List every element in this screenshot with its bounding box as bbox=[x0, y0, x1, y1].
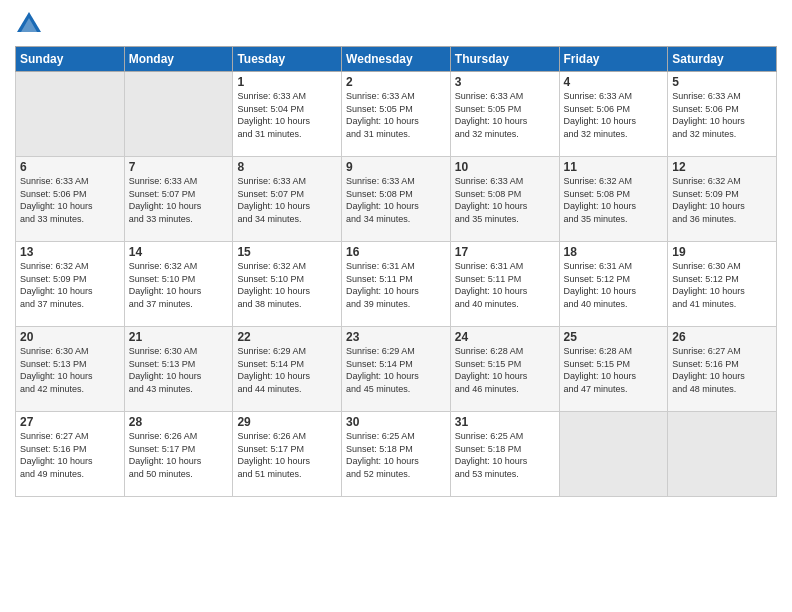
day-info: Sunrise: 6:28 AM Sunset: 5:15 PM Dayligh… bbox=[564, 345, 664, 395]
day-cell: 22Sunrise: 6:29 AM Sunset: 5:14 PM Dayli… bbox=[233, 327, 342, 412]
header-cell-monday: Monday bbox=[124, 47, 233, 72]
day-cell: 26Sunrise: 6:27 AM Sunset: 5:16 PM Dayli… bbox=[668, 327, 777, 412]
week-row-3: 13Sunrise: 6:32 AM Sunset: 5:09 PM Dayli… bbox=[16, 242, 777, 327]
day-cell: 1Sunrise: 6:33 AM Sunset: 5:04 PM Daylig… bbox=[233, 72, 342, 157]
day-info: Sunrise: 6:32 AM Sunset: 5:10 PM Dayligh… bbox=[237, 260, 337, 310]
day-info: Sunrise: 6:29 AM Sunset: 5:14 PM Dayligh… bbox=[346, 345, 446, 395]
day-cell: 27Sunrise: 6:27 AM Sunset: 5:16 PM Dayli… bbox=[16, 412, 125, 497]
day-cell: 9Sunrise: 6:33 AM Sunset: 5:08 PM Daylig… bbox=[342, 157, 451, 242]
day-cell: 10Sunrise: 6:33 AM Sunset: 5:08 PM Dayli… bbox=[450, 157, 559, 242]
day-info: Sunrise: 6:31 AM Sunset: 5:11 PM Dayligh… bbox=[455, 260, 555, 310]
day-info: Sunrise: 6:31 AM Sunset: 5:12 PM Dayligh… bbox=[564, 260, 664, 310]
day-cell: 3Sunrise: 6:33 AM Sunset: 5:05 PM Daylig… bbox=[450, 72, 559, 157]
day-number: 3 bbox=[455, 75, 555, 89]
day-cell: 17Sunrise: 6:31 AM Sunset: 5:11 PM Dayli… bbox=[450, 242, 559, 327]
day-info: Sunrise: 6:28 AM Sunset: 5:15 PM Dayligh… bbox=[455, 345, 555, 395]
header-cell-tuesday: Tuesday bbox=[233, 47, 342, 72]
day-number: 28 bbox=[129, 415, 229, 429]
day-cell: 14Sunrise: 6:32 AM Sunset: 5:10 PM Dayli… bbox=[124, 242, 233, 327]
day-info: Sunrise: 6:33 AM Sunset: 5:06 PM Dayligh… bbox=[672, 90, 772, 140]
header-cell-thursday: Thursday bbox=[450, 47, 559, 72]
day-cell: 20Sunrise: 6:30 AM Sunset: 5:13 PM Dayli… bbox=[16, 327, 125, 412]
day-cell: 7Sunrise: 6:33 AM Sunset: 5:07 PM Daylig… bbox=[124, 157, 233, 242]
day-info: Sunrise: 6:32 AM Sunset: 5:08 PM Dayligh… bbox=[564, 175, 664, 225]
day-cell: 31Sunrise: 6:25 AM Sunset: 5:18 PM Dayli… bbox=[450, 412, 559, 497]
day-info: Sunrise: 6:30 AM Sunset: 5:13 PM Dayligh… bbox=[20, 345, 120, 395]
day-number: 20 bbox=[20, 330, 120, 344]
day-info: Sunrise: 6:32 AM Sunset: 5:10 PM Dayligh… bbox=[129, 260, 229, 310]
day-cell: 21Sunrise: 6:30 AM Sunset: 5:13 PM Dayli… bbox=[124, 327, 233, 412]
logo-icon bbox=[15, 10, 43, 38]
day-cell: 12Sunrise: 6:32 AM Sunset: 5:09 PM Dayli… bbox=[668, 157, 777, 242]
day-cell: 28Sunrise: 6:26 AM Sunset: 5:17 PM Dayli… bbox=[124, 412, 233, 497]
header-row: SundayMondayTuesdayWednesdayThursdayFrid… bbox=[16, 47, 777, 72]
day-cell: 16Sunrise: 6:31 AM Sunset: 5:11 PM Dayli… bbox=[342, 242, 451, 327]
week-row-4: 20Sunrise: 6:30 AM Sunset: 5:13 PM Dayli… bbox=[16, 327, 777, 412]
day-info: Sunrise: 6:30 AM Sunset: 5:13 PM Dayligh… bbox=[129, 345, 229, 395]
day-cell bbox=[559, 412, 668, 497]
day-cell: 25Sunrise: 6:28 AM Sunset: 5:15 PM Dayli… bbox=[559, 327, 668, 412]
day-info: Sunrise: 6:27 AM Sunset: 5:16 PM Dayligh… bbox=[20, 430, 120, 480]
day-cell bbox=[124, 72, 233, 157]
day-number: 10 bbox=[455, 160, 555, 174]
day-cell: 8Sunrise: 6:33 AM Sunset: 5:07 PM Daylig… bbox=[233, 157, 342, 242]
day-info: Sunrise: 6:27 AM Sunset: 5:16 PM Dayligh… bbox=[672, 345, 772, 395]
day-cell: 30Sunrise: 6:25 AM Sunset: 5:18 PM Dayli… bbox=[342, 412, 451, 497]
day-cell: 6Sunrise: 6:33 AM Sunset: 5:06 PM Daylig… bbox=[16, 157, 125, 242]
day-number: 9 bbox=[346, 160, 446, 174]
day-info: Sunrise: 6:33 AM Sunset: 5:04 PM Dayligh… bbox=[237, 90, 337, 140]
day-info: Sunrise: 6:33 AM Sunset: 5:05 PM Dayligh… bbox=[455, 90, 555, 140]
day-info: Sunrise: 6:33 AM Sunset: 5:07 PM Dayligh… bbox=[129, 175, 229, 225]
day-number: 14 bbox=[129, 245, 229, 259]
day-cell: 11Sunrise: 6:32 AM Sunset: 5:08 PM Dayli… bbox=[559, 157, 668, 242]
logo bbox=[15, 10, 45, 38]
day-info: Sunrise: 6:33 AM Sunset: 5:06 PM Dayligh… bbox=[564, 90, 664, 140]
header-cell-sunday: Sunday bbox=[16, 47, 125, 72]
day-number: 26 bbox=[672, 330, 772, 344]
header-cell-wednesday: Wednesday bbox=[342, 47, 451, 72]
day-info: Sunrise: 6:33 AM Sunset: 5:06 PM Dayligh… bbox=[20, 175, 120, 225]
day-cell: 24Sunrise: 6:28 AM Sunset: 5:15 PM Dayli… bbox=[450, 327, 559, 412]
day-number: 29 bbox=[237, 415, 337, 429]
day-number: 31 bbox=[455, 415, 555, 429]
day-number: 17 bbox=[455, 245, 555, 259]
page: SundayMondayTuesdayWednesdayThursdayFrid… bbox=[0, 0, 792, 612]
day-number: 24 bbox=[455, 330, 555, 344]
day-number: 18 bbox=[564, 245, 664, 259]
day-cell bbox=[16, 72, 125, 157]
day-info: Sunrise: 6:33 AM Sunset: 5:07 PM Dayligh… bbox=[237, 175, 337, 225]
day-cell bbox=[668, 412, 777, 497]
day-cell: 5Sunrise: 6:33 AM Sunset: 5:06 PM Daylig… bbox=[668, 72, 777, 157]
day-info: Sunrise: 6:32 AM Sunset: 5:09 PM Dayligh… bbox=[20, 260, 120, 310]
day-info: Sunrise: 6:25 AM Sunset: 5:18 PM Dayligh… bbox=[455, 430, 555, 480]
day-cell: 15Sunrise: 6:32 AM Sunset: 5:10 PM Dayli… bbox=[233, 242, 342, 327]
day-cell: 19Sunrise: 6:30 AM Sunset: 5:12 PM Dayli… bbox=[668, 242, 777, 327]
day-number: 25 bbox=[564, 330, 664, 344]
day-cell: 13Sunrise: 6:32 AM Sunset: 5:09 PM Dayli… bbox=[16, 242, 125, 327]
header-cell-saturday: Saturday bbox=[668, 47, 777, 72]
day-number: 11 bbox=[564, 160, 664, 174]
day-cell: 2Sunrise: 6:33 AM Sunset: 5:05 PM Daylig… bbox=[342, 72, 451, 157]
day-number: 15 bbox=[237, 245, 337, 259]
day-number: 5 bbox=[672, 75, 772, 89]
header-cell-friday: Friday bbox=[559, 47, 668, 72]
day-number: 7 bbox=[129, 160, 229, 174]
day-info: Sunrise: 6:30 AM Sunset: 5:12 PM Dayligh… bbox=[672, 260, 772, 310]
day-number: 6 bbox=[20, 160, 120, 174]
day-cell: 23Sunrise: 6:29 AM Sunset: 5:14 PM Dayli… bbox=[342, 327, 451, 412]
day-info: Sunrise: 6:25 AM Sunset: 5:18 PM Dayligh… bbox=[346, 430, 446, 480]
week-row-2: 6Sunrise: 6:33 AM Sunset: 5:06 PM Daylig… bbox=[16, 157, 777, 242]
day-info: Sunrise: 6:26 AM Sunset: 5:17 PM Dayligh… bbox=[129, 430, 229, 480]
day-number: 30 bbox=[346, 415, 446, 429]
day-number: 22 bbox=[237, 330, 337, 344]
day-number: 19 bbox=[672, 245, 772, 259]
day-number: 12 bbox=[672, 160, 772, 174]
day-cell: 4Sunrise: 6:33 AM Sunset: 5:06 PM Daylig… bbox=[559, 72, 668, 157]
day-cell: 29Sunrise: 6:26 AM Sunset: 5:17 PM Dayli… bbox=[233, 412, 342, 497]
day-number: 4 bbox=[564, 75, 664, 89]
day-info: Sunrise: 6:31 AM Sunset: 5:11 PM Dayligh… bbox=[346, 260, 446, 310]
day-cell: 18Sunrise: 6:31 AM Sunset: 5:12 PM Dayli… bbox=[559, 242, 668, 327]
day-info: Sunrise: 6:33 AM Sunset: 5:08 PM Dayligh… bbox=[346, 175, 446, 225]
day-number: 21 bbox=[129, 330, 229, 344]
day-info: Sunrise: 6:29 AM Sunset: 5:14 PM Dayligh… bbox=[237, 345, 337, 395]
